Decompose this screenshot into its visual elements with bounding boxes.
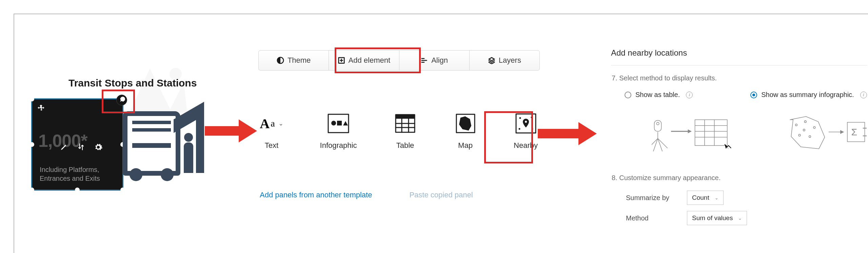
move-icon[interactable] <box>37 104 46 115</box>
transit-illustration <box>123 98 204 190</box>
radio-icon <box>625 92 631 98</box>
svg-rect-7 <box>396 115 415 119</box>
panel-title: Add nearby locations <box>611 48 867 58</box>
card-title: Transit Stops and Stations <box>68 77 197 89</box>
nearby-config-panel: Add nearby locations 7. Select method to… <box>611 48 867 253</box>
method-dropdown[interactable]: Sum of values ⌄ <box>687 211 747 225</box>
gallery-text[interactable]: A a ⌄ Text <box>260 113 283 150</box>
svg-text:Σ: Σ <box>851 126 857 137</box>
svg-point-20 <box>813 126 815 129</box>
gallery-map[interactable]: Map <box>454 113 477 150</box>
callout-add-element <box>335 47 421 73</box>
summarize-by-dropdown[interactable]: Count ⌄ <box>687 191 724 205</box>
summary-preview-thumb: Σ <box>787 113 867 154</box>
summarize-by-label: Summarize by <box>626 194 687 202</box>
svg-point-21 <box>798 134 801 136</box>
step-8-label: 8. Customize summary appearance. <box>612 174 867 182</box>
arrow-icon <box>205 123 257 139</box>
svg-rect-17 <box>695 120 727 145</box>
paste-panel-link[interactable]: Paste copied panel <box>409 191 473 199</box>
add-panels-link[interactable]: Add panels from another template <box>260 191 372 199</box>
svg-rect-15 <box>654 120 662 131</box>
radio-icon <box>750 92 757 98</box>
show-as-summary-option[interactable]: Show as summary infographic. i <box>750 91 867 99</box>
gallery-infographic[interactable]: Infographic <box>320 113 357 150</box>
svg-point-16 <box>656 122 659 125</box>
callout-nearby <box>484 111 533 163</box>
table-preview-thumb <box>652 113 732 154</box>
chevron-down-icon: ⌄ <box>738 216 742 221</box>
callout-close <box>102 90 135 113</box>
svg-point-18 <box>795 124 797 126</box>
svg-point-23 <box>803 129 805 131</box>
swap-icon[interactable] <box>77 143 85 153</box>
svg-point-4 <box>331 121 336 125</box>
arrow-icon <box>538 125 597 142</box>
step-7-label: 7. Select method to display results. <box>612 74 867 82</box>
gallery-table[interactable]: Table <box>393 113 417 150</box>
svg-point-22 <box>809 136 811 138</box>
card-caption: Including Platforms, Entrances and Exits <box>40 165 100 183</box>
svg-rect-5 <box>337 121 342 125</box>
layers-button[interactable]: Layers <box>470 51 539 70</box>
chevron-down-icon: ⌄ <box>715 195 718 200</box>
gear-icon[interactable] <box>94 143 103 153</box>
theme-button[interactable]: Theme <box>259 51 329 70</box>
edit-icon[interactable] <box>60 143 68 153</box>
method-label: Method <box>626 214 687 222</box>
show-as-table-option[interactable]: Show as table. i <box>625 91 693 99</box>
svg-point-19 <box>804 121 806 123</box>
info-icon[interactable]: i <box>860 92 867 98</box>
info-icon[interactable]: i <box>686 92 693 98</box>
